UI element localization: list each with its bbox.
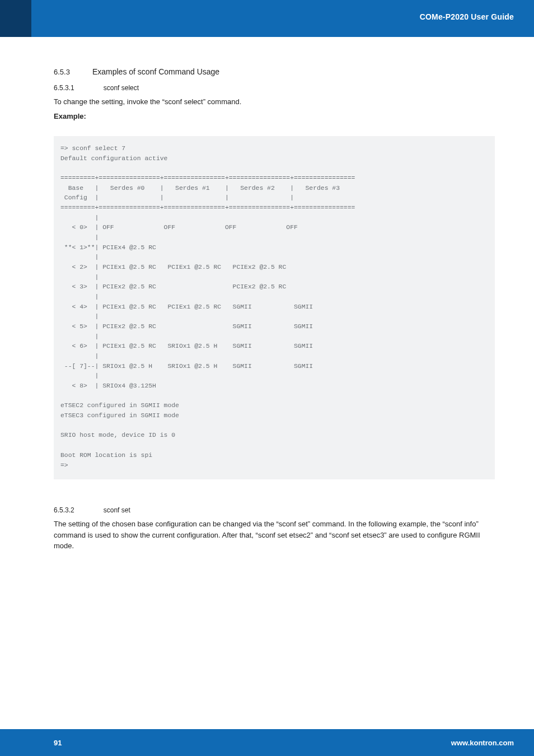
section-title-653: Examples of sconf Command Usage: [92, 67, 219, 76]
para-6532: The setting of the chosen base configura…: [54, 519, 495, 552]
section-number-6532: 6.5.3.2: [54, 506, 74, 514]
footer-band: 91 www.kontron.com: [0, 729, 534, 756]
para-6531-1: To change the setting, invoke the “sconf…: [54, 96, 495, 108]
section-number-6531: 6.5.3.1: [54, 84, 74, 92]
footer-url: www.kontron.com: [451, 739, 514, 747]
section-title-6532: sconf set: [104, 506, 130, 514]
section-number-653: 6.5.3: [54, 68, 70, 76]
section-title-6531: sconf select: [104, 84, 139, 92]
doc-title: COMe-P2020 User Guide: [420, 12, 514, 21]
header-dark-strip: [0, 0, 31, 37]
code-block-sconf-select: => sconf select 7 Default configuration …: [54, 136, 495, 479]
para-6531-example-label: Example:: [54, 111, 495, 122]
page-number: 91: [54, 739, 62, 747]
